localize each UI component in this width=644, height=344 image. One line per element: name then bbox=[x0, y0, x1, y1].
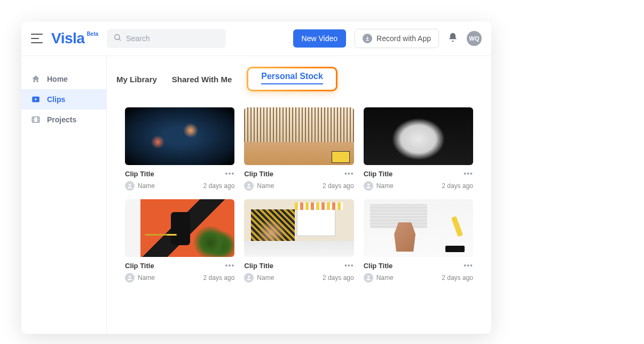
brand-logo[interactable]: Visla Beta bbox=[51, 30, 98, 47]
library-tabs: My Library Shared With Me Personal Stock bbox=[107, 67, 491, 91]
sidebar-item-projects[interactable]: Projects bbox=[21, 110, 106, 130]
record-with-app-button[interactable]: Record with App bbox=[355, 29, 439, 48]
author-name: Name bbox=[138, 274, 155, 282]
more-options-icon[interactable]: ••• bbox=[225, 169, 235, 178]
more-options-icon[interactable]: ••• bbox=[344, 169, 354, 178]
svg-line-1 bbox=[119, 39, 121, 41]
author-name: Name bbox=[376, 182, 394, 190]
svg-point-5 bbox=[248, 184, 250, 186]
clips-icon bbox=[31, 95, 41, 104]
sidebar-item-label: Clips bbox=[47, 95, 65, 104]
author-avatar-icon bbox=[125, 181, 135, 191]
more-options-icon[interactable]: ••• bbox=[464, 169, 473, 178]
clip-card: Clip Title ••• Name 2 days ago bbox=[125, 199, 234, 283]
clip-thumbnail[interactable] bbox=[244, 199, 354, 257]
header-bar: Visla Beta New Video Record with App WQ bbox=[21, 21, 491, 56]
app-window: Visla Beta New Video Record with App WQ bbox=[21, 21, 491, 334]
notifications-icon[interactable] bbox=[447, 32, 458, 45]
clip-card: Clip Title ••• Name 2 days ago bbox=[364, 199, 473, 283]
clip-time: 2 days ago bbox=[442, 274, 473, 282]
svg-rect-3 bbox=[32, 117, 40, 123]
main-content: My Library Shared With Me Personal Stock… bbox=[107, 56, 491, 334]
tab-my-library[interactable]: My Library bbox=[116, 71, 157, 88]
menu-toggle-icon[interactable] bbox=[31, 34, 43, 43]
clip-author: Name bbox=[125, 273, 155, 283]
svg-point-0 bbox=[115, 35, 120, 40]
clip-author: Name bbox=[364, 273, 394, 283]
author-avatar-icon bbox=[125, 273, 135, 283]
user-avatar[interactable]: WQ bbox=[467, 31, 482, 46]
clip-title: Clip Title bbox=[125, 170, 154, 178]
clip-title: Clip Title bbox=[364, 262, 393, 270]
tab-shared-with-me[interactable]: Shared With Me bbox=[172, 71, 232, 88]
record-with-app-label: Record with App bbox=[376, 34, 431, 43]
sidebar: Home Clips Projects bbox=[21, 56, 107, 334]
sidebar-item-label: Home bbox=[47, 75, 68, 83]
search-input[interactable] bbox=[126, 34, 219, 43]
sidebar-item-clips[interactable]: Clips bbox=[21, 89, 106, 110]
home-icon bbox=[31, 74, 41, 84]
author-avatar-icon bbox=[244, 181, 254, 191]
clip-thumbnail[interactable] bbox=[125, 107, 234, 165]
clip-author: Name bbox=[125, 181, 155, 191]
clip-card: Clip Title ••• Name 2 days ago bbox=[125, 107, 234, 191]
svg-point-6 bbox=[367, 184, 370, 186]
more-options-icon[interactable]: ••• bbox=[225, 261, 235, 270]
clip-title: Clip Title bbox=[244, 262, 273, 270]
tab-personal-stock-label: Personal Stock bbox=[261, 72, 323, 84]
clip-thumbnail[interactable] bbox=[125, 199, 234, 257]
author-avatar-icon bbox=[244, 273, 254, 283]
brand-name: Visla bbox=[51, 30, 84, 47]
author-avatar-icon bbox=[364, 181, 373, 191]
author-avatar-icon bbox=[364, 273, 373, 283]
new-video-button[interactable]: New Video bbox=[293, 29, 346, 48]
search-icon bbox=[113, 33, 122, 44]
clip-author: Name bbox=[244, 273, 274, 283]
clip-card: Clip Title ••• Name 2 days ago bbox=[364, 107, 473, 191]
clip-time: 2 days ago bbox=[323, 274, 354, 282]
clip-thumbnail[interactable] bbox=[364, 107, 473, 165]
author-name: Name bbox=[257, 274, 274, 282]
clips-grid: Clip Title ••• Name 2 days ago bbox=[107, 91, 491, 288]
sidebar-item-label: Projects bbox=[47, 115, 76, 124]
clip-title: Clip Title bbox=[125, 262, 154, 270]
clip-thumbnail[interactable] bbox=[244, 107, 354, 165]
clip-thumbnail[interactable] bbox=[364, 199, 473, 257]
clip-time: 2 days ago bbox=[203, 274, 235, 282]
clip-card: Clip Title ••• Name 2 days ago bbox=[244, 199, 354, 283]
brand-beta-tag: Beta bbox=[87, 31, 98, 37]
clip-time: 2 days ago bbox=[203, 182, 235, 190]
clip-author: Name bbox=[364, 181, 394, 191]
sidebar-item-home[interactable]: Home bbox=[21, 69, 106, 89]
svg-point-9 bbox=[367, 276, 370, 278]
app-body: Home Clips Projects My Library Shared Wi… bbox=[21, 56, 491, 334]
clip-author: Name bbox=[244, 181, 274, 191]
clip-title: Clip Title bbox=[364, 170, 393, 178]
more-options-icon[interactable]: ••• bbox=[464, 261, 473, 270]
svg-point-8 bbox=[248, 276, 250, 278]
clip-title: Clip Title bbox=[244, 170, 273, 178]
clip-card: Clip Title ••• Name 2 days ago bbox=[244, 107, 354, 191]
clip-time: 2 days ago bbox=[442, 182, 473, 190]
more-options-icon[interactable]: ••• bbox=[344, 261, 354, 270]
tab-personal-stock[interactable]: Personal Stock bbox=[247, 67, 337, 91]
author-name: Name bbox=[138, 182, 155, 190]
svg-point-4 bbox=[129, 184, 131, 186]
projects-icon bbox=[31, 115, 41, 124]
search-field[interactable] bbox=[107, 29, 226, 48]
clip-time: 2 days ago bbox=[323, 182, 354, 190]
author-name: Name bbox=[257, 182, 274, 190]
download-icon bbox=[363, 34, 372, 43]
author-name: Name bbox=[376, 274, 394, 282]
svg-point-7 bbox=[129, 276, 131, 278]
